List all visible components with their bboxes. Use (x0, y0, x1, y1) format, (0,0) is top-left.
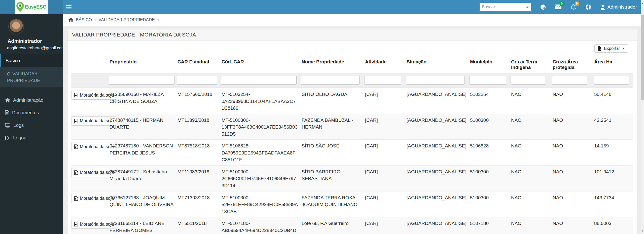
messages-count-badge: 0 (560, 2, 564, 6)
cell-cruza-area-protegida: NAO (552, 166, 594, 177)
cell-cruza-area-protegida: NAO (552, 140, 594, 151)
file-pdf-icon (74, 170, 78, 175)
filter-situacao-input[interactable] (406, 76, 464, 85)
filter-cruza-area-protegida-input[interactable] (552, 76, 587, 85)
cell-situacao: [AGUARDANDO_ANALISE] (406, 88, 470, 100)
cell-situacao: [AGUARDANDO_ANALISE] (406, 114, 470, 126)
panel-header: VALIDAR PROPRIEDADE - MORATÓRIA DA SOJA (67, 29, 637, 41)
cell-situacao: [AGUARDANDO_ANALISE] (406, 140, 470, 151)
filter-area-ha-input[interactable] (594, 76, 629, 85)
search-caret-icon[interactable] (526, 7, 529, 8)
col-situacao[interactable]: Situação (406, 56, 470, 73)
cell-municipio: 5100300 (470, 166, 511, 177)
cell-atividade: [CAR] (365, 140, 406, 151)
cell-proprietario: 02231865114 - LEIDIANE FERREIRA GOMES (109, 217, 177, 234)
col-cruza-area-protegida[interactable]: Cruza Área protegida (552, 56, 594, 73)
file-export-icon (598, 46, 602, 51)
breadcrumb-separator: » (94, 18, 96, 22)
scroll-down-icon[interactable]: ▼ (641, 229, 644, 233)
cell-area-ha: 101.9412 (594, 166, 633, 177)
cell-municipio: 5106828 (470, 140, 511, 151)
cell-municipio: 5100300 (470, 114, 511, 126)
col-proprietario[interactable]: Proprietário (109, 56, 177, 73)
col-car-estadual[interactable]: CAR Estadual (177, 56, 221, 73)
file-pdf-icon (74, 222, 78, 226)
home-icon (5, 98, 10, 102)
col-municipio[interactable]: Município (470, 56, 511, 73)
messages-envelope-icon[interactable]: 0 (555, 4, 561, 10)
filter-atividade-input[interactable] (365, 76, 401, 85)
cell-municipio: 5103254 (470, 88, 511, 100)
cell-car-estadual: MT11393/2018 (177, 114, 221, 126)
cell-atividade: [CAR] (365, 166, 406, 177)
vertical-scrollbar[interactable]: ▲ ▼ (641, 0, 644, 234)
table-row: Moratória da soja 91285690168 - MARILZA … (71, 88, 633, 114)
sidebar-toggle-icon[interactable] (66, 4, 75, 11)
brand-name: EasyESG (25, 4, 46, 10)
breadcrumb-item-basico[interactable]: BÁSICO (76, 17, 92, 22)
notifications-bell-icon[interactable]: 0 (570, 4, 577, 10)
col-atividade[interactable]: Atividade (365, 56, 406, 73)
user-menu[interactable]: Administrador (600, 4, 637, 10)
cell-nome-propriedade: Lote 68, P.A Guerreiro (301, 217, 365, 229)
validate-property-panel: VALIDAR PROPRIEDADE - MORATÓRIA DA SOJA … (67, 29, 637, 234)
cell-cruza-terra-indigena: NAO (511, 191, 552, 203)
table-row: Moratória da soja 28387449172 - Sebastia… (71, 165, 633, 191)
file-pdf-icon (74, 144, 78, 149)
cell-car-estadual: MT87518/2018 (177, 140, 221, 151)
sidebar-item-validadar-propriedade[interactable]: VALIDADAR PROPRIEDADE (0, 67, 63, 87)
cell-atividade: [CAR] (365, 217, 406, 229)
sidebar-user-name: Administrador (8, 38, 42, 44)
sidebar-item-documentos[interactable]: Documentos (0, 106, 63, 119)
cell-area-ha: 88.5003 (594, 217, 633, 229)
cell-area-ha: 42.2541 (594, 114, 633, 126)
filter-proprietario-input[interactable] (109, 76, 174, 85)
filter-municipio-input[interactable] (470, 76, 506, 85)
scrollbar-thumb[interactable] (641, 15, 644, 100)
table-row: Moratória da soja 00766127168 - JOAQUIM … (71, 191, 633, 217)
cell-cruza-terra-indigena: NAO (511, 114, 552, 126)
map-pin-icon (16, 2, 24, 12)
avatar[interactable] (8, 19, 24, 34)
notifications-count-badge: 0 (575, 2, 579, 6)
breadcrumb-item-current[interactable]: VALIDADAR PROPRIEDADE (98, 17, 155, 22)
cell-cod-car: MT-5103254-0A2393968D814104AF1ABAA2C71C8… (221, 88, 301, 114)
cell-cruza-area-protegida: NAO (552, 191, 594, 203)
col-cruza-terra-indigena[interactable]: Cruza Terra Indígena (511, 56, 552, 73)
sidebar-section-basico[interactable]: Básico (0, 54, 63, 67)
help-lifering-icon[interactable] (585, 4, 592, 10)
sidebar-item-logout[interactable]: Logout (0, 132, 63, 144)
filter-cod-car-input[interactable] (221, 76, 297, 85)
cell-car-estadual: MT11383/2018 (177, 166, 221, 177)
scroll-up-icon[interactable]: ▲ (641, 1, 644, 5)
file-pdf-icon (74, 93, 78, 97)
cell-atividade: [CAR] (365, 114, 406, 126)
col-nome-propriedade[interactable]: Nome Propriedade (301, 56, 365, 73)
table-row: Moratória da soja 27488748115 - HERMAN D… (71, 114, 633, 140)
monitor-icon (5, 123, 10, 128)
page-title: VALIDAR PROPRIEDADE - MORATÓRIA DA SOJA (72, 32, 196, 38)
settings-gear-icon[interactable] (540, 4, 546, 10)
logout-icon (5, 136, 10, 140)
filter-nome-propriedade-input[interactable] (301, 76, 360, 85)
sidebar-item-logs[interactable]: Logs (0, 119, 63, 132)
filter-car-estadual-input[interactable] (177, 76, 217, 85)
table-header-row: Proprietário CAR Estadual Cód. CAR Nome … (71, 56, 633, 73)
cell-proprietario: 91285690168 - MARILZA CRISTINA DE SOUZA (109, 88, 177, 107)
export-caret-icon (622, 48, 625, 49)
col-area-ha[interactable]: Área Ha (594, 56, 633, 73)
file-pdf-icon (74, 119, 78, 123)
cell-atividade: [CAR] (365, 191, 406, 203)
table-row: Moratória da soja 02231865114 - LEIDIANE… (71, 217, 633, 234)
main-content: BÁSICO » VALIDADAR PROPRIEDADE » VALIDAR… (63, 14, 641, 234)
search-input[interactable] (482, 3, 525, 11)
sidebar-item-administracao[interactable]: Administração (0, 94, 63, 106)
cell-nome-propriedade: SÍTIO SÃO JOSÉ (301, 140, 365, 151)
cell-cruza-terra-indigena: NAO (511, 140, 552, 151)
export-button[interactable]: Exportar (594, 44, 628, 53)
col-cod-car[interactable]: Cód. CAR (221, 56, 301, 73)
filter-cruza-terra-indigena-input[interactable] (511, 76, 546, 85)
brand-logo: EasyESG (15, 0, 48, 14)
breadcrumb-separator: » (157, 18, 159, 22)
logo-area[interactable]: EasyESG (0, 0, 63, 14)
